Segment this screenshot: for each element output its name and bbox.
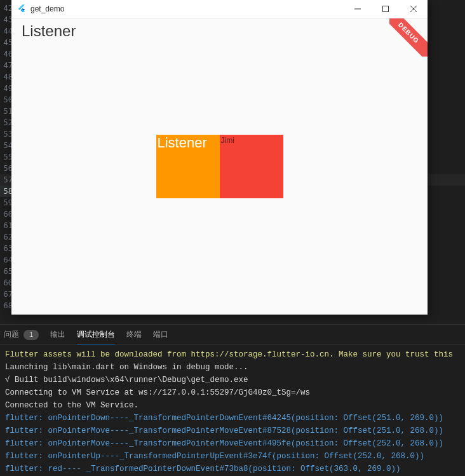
console-line: flutter: onPointerUp----_TransformedPoin… — [5, 450, 460, 463]
console-line: Connecting to VM Service at ws://127.0.0… — [5, 386, 460, 399]
console-line: Connected to the VM Service. — [5, 399, 460, 412]
tab-ports[interactable]: 端口 — [153, 325, 168, 344]
debug-console-output[interactable]: Flutter assets will be downloaded from h… — [0, 344, 465, 476]
console-line: √ Built build\windows\x64\runner\Debug\g… — [5, 374, 460, 386]
titlebar[interactable]: get_demo — [11, 0, 428, 18]
window-title: get_demo — [30, 4, 64, 13]
flutter-logo-icon — [17, 4, 27, 14]
flutter-window: get_demo Listener DEBUG Listener Jimi — [11, 0, 428, 314]
tab-output[interactable]: 输出 — [50, 325, 65, 344]
tab-problems[interactable]: 问题 1 — [4, 325, 39, 344]
console-line: flutter: onPointerDown----_TransformedPo… — [5, 412, 460, 425]
svg-rect-0 — [383, 6, 389, 12]
tab-debug-console[interactable]: 调试控制台 — [77, 325, 115, 344]
maximize-button[interactable] — [372, 0, 400, 18]
console-line: flutter: onPointerMove----_TransformedPo… — [5, 437, 460, 450]
tab-terminal[interactable]: 终端 — [126, 325, 142, 344]
root: 4243444546474849505152535455565758596061… — [0, 0, 465, 476]
debug-banner: DEBUG — [389, 18, 428, 57]
orange-box[interactable]: Listener — [156, 135, 220, 198]
red-box-label: Jimi — [220, 135, 283, 146]
page-title: Listener — [22, 22, 76, 40]
console-line: Flutter assets will be downloaded from h… — [5, 348, 460, 361]
close-button[interactable] — [400, 0, 428, 18]
console-line: Launching lib\main.dart on Windows in de… — [5, 361, 460, 374]
problems-count-badge: 1 — [24, 330, 39, 340]
panel-tabs: 问题 1 输出 调试控制台 终端 端口 — [0, 324, 465, 344]
minimize-button[interactable] — [344, 0, 372, 18]
orange-box-label: Listener — [156, 135, 220, 151]
console-line: flutter: onPointerMove----_TransformedPo… — [5, 425, 460, 437]
console-line: flutter: red---- _TransformedPointerDown… — [5, 463, 460, 475]
listener-stage[interactable]: Listener Jimi — [156, 135, 283, 198]
app-body[interactable]: Listener DEBUG Listener Jimi — [11, 18, 428, 315]
bottom-panel: 问题 1 输出 调试控制台 终端 端口 Flutter assets will … — [0, 324, 465, 476]
red-box[interactable]: Jimi — [220, 135, 283, 198]
